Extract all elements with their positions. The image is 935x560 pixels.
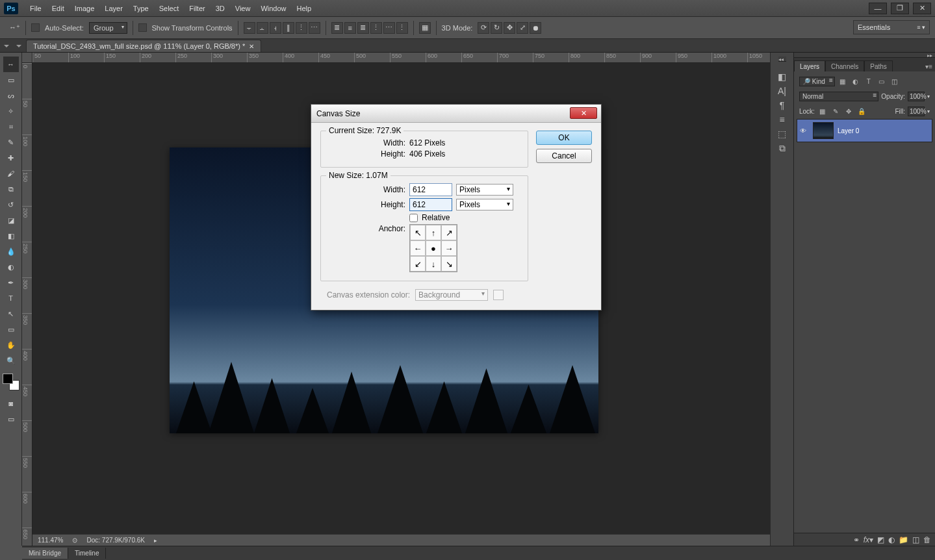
distribute-icon[interactable]: ≡ [344, 22, 356, 34]
menu-layer[interactable]: Layer [99, 2, 128, 15]
relative-checkbox[interactable] [409, 214, 418, 222]
mask-mode-icon[interactable]: ◙ [3, 396, 19, 411]
distribute-icon[interactable]: ≣ [331, 22, 343, 34]
close-icon[interactable]: ✕ [249, 43, 254, 50]
filter-shape-icon[interactable]: ▭ [877, 77, 887, 86]
eyedrop-tool[interactable]: ✎ [3, 134, 19, 150]
menu-image[interactable]: Image [70, 2, 100, 15]
shape-tool[interactable]: ▭ [3, 322, 19, 337]
align-icon[interactable]: ⫠ [257, 22, 268, 34]
filter-type-icon[interactable]: T [864, 77, 874, 86]
anchor-cell-3[interactable]: ← [410, 240, 426, 256]
new-height-input[interactable] [409, 198, 452, 211]
3d-icon[interactable]: ⤢ [517, 22, 528, 34]
transform-checkbox[interactable] [138, 23, 147, 32]
dodge-tool[interactable]: ◐ [3, 259, 19, 275]
path-tool[interactable]: ↖ [3, 306, 19, 322]
menu-select[interactable]: Select [154, 2, 185, 15]
anchor-cell-8[interactable]: ↘ [441, 256, 457, 272]
filter-smart-icon[interactable]: ◫ [890, 77, 900, 86]
opacity-value[interactable]: 100% [908, 92, 925, 101]
tab-paths[interactable]: Paths [864, 60, 893, 72]
layer-name[interactable]: Layer 0 [838, 127, 859, 134]
menu-view[interactable]: View [230, 2, 256, 15]
new-width-unit[interactable]: Pixels [456, 184, 513, 196]
stamp-tool[interactable]: ⧉ [3, 181, 19, 197]
align-icon[interactable]: ⫞ [270, 22, 281, 34]
menu-file[interactable]: File [25, 2, 47, 15]
pen-tool[interactable]: ✒ [3, 275, 19, 290]
type-tool[interactable]: T [3, 290, 19, 306]
collapsed-panel-icon-3[interactable]: ≡ [775, 112, 789, 127]
hand-tool[interactable]: ✋ [3, 337, 19, 353]
workspace-switcher[interactable]: Essentials≡ ▾ [853, 20, 930, 34]
layer-row[interactable]: 👁 Layer 0 [797, 119, 932, 142]
menu-help[interactable]: Help [292, 2, 317, 15]
menu-window[interactable]: Window [255, 2, 291, 15]
lock-paint-icon[interactable]: ✎ [830, 107, 841, 116]
collapsed-panel-icon-4[interactable]: ⬚ [775, 127, 789, 141]
tab-mini-bridge[interactable]: Mini Bridge [22, 548, 68, 559]
filter-adjust-icon[interactable]: ◐ [851, 77, 861, 86]
autoselect-dropdown[interactable]: Group [89, 22, 127, 34]
panel-handle[interactable]: ◂◂ [778, 57, 786, 62]
foreground-swatch[interactable] [3, 374, 13, 384]
maximize-button[interactable]: ❐ [891, 3, 909, 14]
zoom-tool[interactable]: 🔍 [3, 353, 19, 368]
delete-icon[interactable]: 🗑 [923, 535, 931, 544]
anchor-cell-2[interactable]: ↗ [441, 225, 457, 240]
filter-pixel-icon[interactable]: ▦ [838, 77, 848, 86]
group-icon[interactable]: 📁 [899, 535, 908, 544]
new-layer-icon[interactable]: ◫ [912, 535, 919, 544]
autoalign-icon[interactable]: ▦ [419, 22, 431, 34]
anchor-cell-6[interactable]: ↙ [410, 256, 426, 272]
anchor-cell-0[interactable]: ↖ [410, 225, 426, 240]
layer-thumbnail[interactable] [813, 122, 834, 139]
blend-mode-dropdown[interactable]: Normal [799, 92, 878, 101]
3d-icon[interactable]: ↻ [491, 22, 502, 34]
blur-tool[interactable]: 💧 [3, 244, 19, 259]
adjustment-icon[interactable]: ◐ [888, 535, 895, 544]
filter-kind[interactable]: 🔎 Kind [799, 77, 835, 86]
collapsed-panel-icon-5[interactable]: ⧉ [775, 141, 789, 155]
doc-info-icon[interactable]: ⊙ [72, 537, 77, 544]
panel-handle[interactable]: ▸▸ [794, 53, 935, 58]
link-icon[interactable]: ⚭ [853, 535, 860, 544]
cancel-button[interactable]: Cancel [536, 149, 592, 163]
wand-tool[interactable]: ✧ [3, 103, 19, 119]
distribute-icon[interactable]: ⋯ [383, 22, 395, 34]
collapsed-panel-icon-0[interactable]: ◧ [775, 70, 789, 84]
anchor-cell-4[interactable]: ● [426, 240, 441, 256]
new-height-unit[interactable]: Pixels [456, 199, 513, 210]
tab-layers[interactable]: Layers [794, 60, 825, 72]
3d-icon[interactable]: ✥ [504, 22, 515, 34]
menu-edit[interactable]: Edit [47, 2, 70, 15]
align-icon[interactable]: ⋮ [296, 22, 307, 34]
screen-mode-icon[interactable]: ▭ [3, 411, 19, 427]
lasso-tool[interactable]: ᔕ [3, 88, 19, 103]
zoom-value[interactable]: 111.47% [38, 537, 63, 544]
fx-icon[interactable]: fx▾ [864, 535, 873, 544]
color-swatch[interactable] [3, 374, 19, 390]
menu-filter[interactable]: Filter [184, 2, 210, 15]
history-tool[interactable]: ↺ [3, 197, 19, 212]
lock-pixels-icon[interactable]: ▦ [817, 107, 828, 116]
eraser-tool[interactable]: ◪ [3, 212, 19, 228]
anchor-cell-5[interactable]: → [441, 240, 457, 256]
align-icon[interactable]: ‖ [283, 22, 294, 34]
autoselect-checkbox[interactable] [31, 23, 40, 32]
distribute-icon[interactable]: ≣ [357, 22, 369, 34]
lock-all-icon[interactable]: 🔒 [856, 107, 867, 116]
align-icon[interactable]: ⫟ [244, 22, 255, 34]
mask-icon[interactable]: ◩ [877, 535, 884, 544]
lock-move-icon[interactable]: ✥ [843, 107, 854, 116]
new-width-input[interactable] [409, 183, 452, 196]
tab-channels[interactable]: Channels [825, 60, 864, 72]
menu-type[interactable]: Type [128, 2, 154, 15]
visibility-icon[interactable]: 👁 [800, 127, 809, 134]
align-icon[interactable]: ⋯ [309, 22, 320, 34]
fill-value[interactable]: 100% [908, 107, 925, 116]
ok-button[interactable]: OK [536, 131, 592, 145]
collapsed-panel-icon-2[interactable]: ¶ [775, 98, 789, 112]
tab-timeline[interactable]: Timeline [68, 548, 106, 559]
